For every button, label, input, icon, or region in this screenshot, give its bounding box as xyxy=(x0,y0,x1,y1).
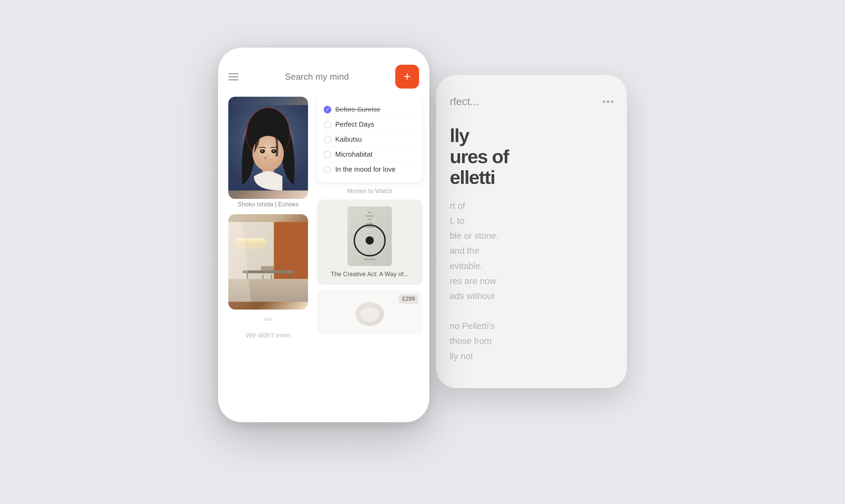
main-content: Shoko Ishida | Echoes xyxy=(218,97,429,413)
checklist-item-kaibutsu[interactable]: Kaibutsu xyxy=(324,132,416,147)
room-image xyxy=(228,214,308,310)
checklist-item-before-sunrise[interactable]: Before Sunrise xyxy=(324,102,416,117)
svg-point-9 xyxy=(273,150,274,152)
svg-text:A Way: A Way xyxy=(367,222,373,225)
checklist-label-in-the-mood: In the mood for love xyxy=(335,166,396,173)
left-column: Shoko Ishida | Echoes xyxy=(218,97,313,413)
portrait-label: Shoko Ishida | Echoes xyxy=(228,201,308,208)
book-cover-image: The Creative Act: A Way of Being Rick Ru… xyxy=(348,206,392,266)
checklist-item-in-the-mood[interactable]: In the mood for love xyxy=(324,162,416,177)
svg-point-10 xyxy=(264,157,266,159)
checklist-label-before-sunrise: Before Sunrise xyxy=(335,106,380,113)
checkbox-before-sunrise[interactable] xyxy=(324,106,331,113)
section-label-movies: Movies to Watch xyxy=(317,188,422,195)
quote-mark: ““ xyxy=(232,316,305,329)
svg-rect-22 xyxy=(261,266,274,271)
checklist-item-perfect-days[interactable]: Perfect Days xyxy=(324,117,416,132)
svg-text:The: The xyxy=(368,211,372,214)
svg-point-8 xyxy=(261,150,263,152)
svg-point-34 xyxy=(360,307,379,322)
more-options-icon[interactable] xyxy=(603,100,613,103)
search-input[interactable] xyxy=(244,66,390,87)
svg-text:Rick Rubin: Rick Rubin xyxy=(364,258,375,261)
article-title: llyures ofelletti xyxy=(450,125,613,188)
checkbox-perfect-days[interactable] xyxy=(324,121,331,128)
scene: rfect... llyures ofelletti rt of t, to b… xyxy=(218,48,627,456)
checklist: Before Sunrise Perfect Days Kaibutsu Mic… xyxy=(317,97,422,182)
svg-text:of Being: of Being xyxy=(366,225,374,228)
checklist-label-perfect-days: Perfect Days xyxy=(335,121,374,128)
svg-rect-20 xyxy=(262,275,263,279)
svg-text:Act:: Act: xyxy=(368,218,372,221)
book-card: The Creative Act: A Way of Being Rick Ru… xyxy=(317,200,422,285)
book-title: The Creative Act: A Way of... xyxy=(331,271,409,278)
product-card: £299 xyxy=(317,290,422,334)
svg-rect-21 xyxy=(271,275,272,279)
svg-rect-19 xyxy=(290,273,291,279)
phone-back: rfect... llyures ofelletti rt of t, to b… xyxy=(436,75,627,388)
portrait-image xyxy=(228,97,308,199)
phone-back-body: llyures ofelletti rt of t, to ble or sto… xyxy=(450,122,613,364)
quote-section: ““ We didn't even xyxy=(228,310,308,339)
search-bar: + xyxy=(218,65,429,89)
checkbox-in-the-mood[interactable] xyxy=(324,166,331,173)
svg-text:Creative: Creative xyxy=(366,215,374,217)
price-tag: £299 xyxy=(399,294,418,304)
checklist-item-microhabitat[interactable]: Microhabitat xyxy=(324,147,416,162)
checklist-label-microhabitat: Microhabitat xyxy=(335,151,372,158)
add-button[interactable]: + xyxy=(395,65,419,89)
phone-front: + xyxy=(218,48,429,422)
plus-icon: + xyxy=(403,70,411,83)
checklist-label-kaibutsu: Kaibutsu xyxy=(335,136,362,143)
svg-point-26 xyxy=(366,236,374,245)
svg-rect-12 xyxy=(274,222,308,279)
checkbox-kaibutsu[interactable] xyxy=(324,136,331,143)
quote-text: We didn't even xyxy=(232,331,305,339)
menu-icon[interactable] xyxy=(228,73,239,80)
right-column: Before Sunrise Perfect Days Kaibutsu Mic… xyxy=(313,97,429,413)
phone-back-title: rfect... xyxy=(450,95,479,108)
article-body: rt of t, to ble or stone. and the evitab… xyxy=(450,198,613,364)
checkbox-microhabitat[interactable] xyxy=(324,151,331,158)
phone-back-header: rfect... xyxy=(450,95,613,108)
status-bar xyxy=(218,48,429,65)
